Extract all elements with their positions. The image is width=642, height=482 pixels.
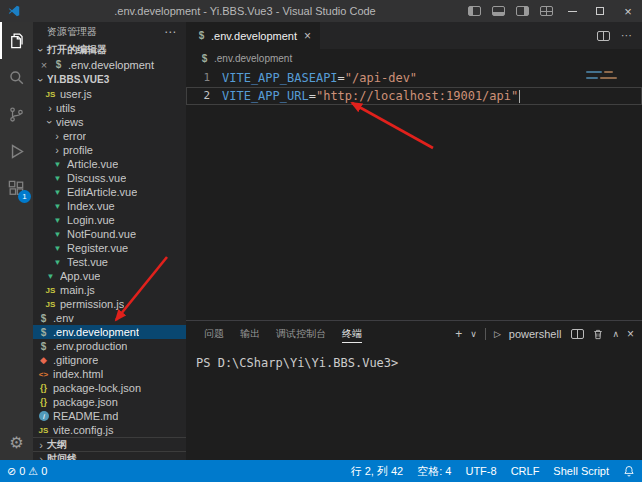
minimap[interactable]	[586, 71, 630, 83]
customize-layout-button[interactable]	[534, 0, 558, 22]
tree-item-package.json[interactable]: {}package.json	[33, 395, 186, 409]
status-item[interactable]: CRLF	[504, 460, 547, 482]
kill-terminal-icon[interactable]	[592, 328, 604, 341]
activity-extensions[interactable]: 1	[0, 170, 33, 207]
divider	[485, 328, 486, 340]
timeline-header[interactable]: › 时间线	[33, 451, 186, 460]
tree-item-error[interactable]: ›error	[33, 129, 186, 143]
more-actions-icon[interactable]: ⋯	[164, 25, 176, 39]
minimize-button[interactable]	[558, 0, 586, 22]
panel-tab-输出[interactable]: 输出	[232, 321, 268, 347]
activity-explorer[interactable]	[0, 22, 33, 59]
text-cursor	[519, 90, 520, 103]
code-text: VITE_APP_BASEAPI="/api-dev"	[210, 69, 417, 87]
tree-item-.gitignore[interactable]: ◆.gitignore	[33, 353, 186, 367]
close-tab-icon[interactable]: ×	[304, 29, 311, 43]
tree-item-Index.vue[interactable]: ▼Index.vue	[33, 199, 186, 213]
tree-item-.env.development[interactable]: $.env.development	[33, 325, 186, 339]
terminal-profile-chevron-icon[interactable]: ∨	[470, 330, 477, 339]
status-item[interactable]: UTF-8	[458, 460, 503, 482]
tree-item-main.js[interactable]: JSmain.js	[33, 283, 186, 297]
file-label: permission.js	[60, 298, 124, 310]
tree-item-.env.production[interactable]: $.env.production	[33, 339, 186, 353]
vue-file-icon: ▼	[44, 272, 57, 281]
toggle-secondary-sidebar-button[interactable]	[510, 0, 534, 22]
string-value: "http://localhost:19001/api"	[316, 89, 518, 103]
panel-tab-问题[interactable]: 问题	[196, 321, 232, 347]
tree-item-App.vue[interactable]: ▼App.vue	[33, 269, 186, 283]
project-root-header[interactable]: › YI.BBS.VUE3	[33, 72, 186, 87]
panel-tab-调试控制台[interactable]: 调试控制台	[268, 321, 334, 347]
maximize-button[interactable]	[586, 0, 614, 22]
vue-file-icon: ▼	[51, 244, 64, 253]
sidebar-title: 资源管理器	[47, 25, 97, 39]
extensions-badge: 1	[18, 190, 31, 203]
activity-bar-top: 1	[0, 22, 33, 207]
chevron-right-icon: ›	[51, 131, 63, 141]
close-window-button[interactable]: ×	[614, 0, 642, 22]
project-root-label: YI.BBS.VUE3	[47, 74, 109, 85]
code-line-2[interactable]: 2VITE_APP_URL="http://localhost:19001/ap…	[186, 87, 642, 105]
maximize-icon	[596, 7, 604, 15]
tree-item-permission.js[interactable]: JSpermission.js	[33, 297, 186, 311]
chevron-right-icon: ›	[35, 440, 47, 450]
tree-item-profile[interactable]: ›profile	[33, 143, 186, 157]
json-file-icon: {}	[37, 383, 50, 393]
editor-actions: ⋯	[597, 22, 642, 49]
activity-search[interactable]	[0, 59, 33, 96]
status-item[interactable]: 行 2, 列 42	[344, 460, 411, 482]
tree-item-Discuss.vue[interactable]: ▼Discuss.vue	[33, 171, 186, 185]
notifications-button[interactable]	[616, 460, 642, 482]
tab-env-development[interactable]: $ .env.development ×	[186, 22, 320, 49]
activity-run-debug[interactable]	[0, 133, 33, 170]
terminal[interactable]: PS D:\CSharp\Yi\Yi.BBS.Vue3>	[186, 347, 642, 460]
status-item[interactable]: Shell Script	[546, 460, 616, 482]
maximize-panel-icon[interactable]: ∧	[612, 330, 619, 339]
toggle-panel-button[interactable]	[486, 0, 510, 22]
tree-item-user.js[interactable]: JSuser.js	[33, 87, 186, 101]
open-editors-header[interactable]: › 打开的编辑器	[33, 42, 186, 57]
assignment-operator: =	[338, 71, 345, 85]
status-right: 行 2, 列 42空格: 4UTF-8CRLFShell Script	[344, 460, 642, 482]
tree-item-Article.vue[interactable]: ▼Article.vue	[33, 157, 186, 171]
terminal-name-label[interactable]: powershell	[509, 328, 562, 340]
customize-layout-icon	[540, 6, 553, 16]
file-label: NotFound.vue	[67, 228, 136, 240]
file-label: Login.vue	[67, 214, 115, 226]
panel-tab-终端[interactable]: 终端	[334, 321, 370, 347]
close-panel-icon[interactable]: ×	[627, 328, 634, 340]
tree-item-.env[interactable]: $.env	[33, 311, 186, 325]
open-editor-item[interactable]: × $ .env.development	[33, 57, 186, 72]
tree-item-vite.config.js[interactable]: JSvite.config.js	[33, 423, 186, 437]
tree-item-views[interactable]: ›views	[33, 115, 186, 129]
outline-header[interactable]: › 大纲	[33, 437, 186, 451]
toggle-sidebar-button[interactable]	[462, 0, 486, 22]
tree-item-EditArticle.vue[interactable]: ▼EditArticle.vue	[33, 185, 186, 199]
activity-source-control[interactable]	[0, 96, 33, 133]
panel-header: 问题输出调试控制台终端 + ∨ ▷ powershell ∧ ×	[186, 321, 642, 347]
more-actions-icon[interactable]: ⋯	[621, 29, 632, 42]
tree-item-README.md[interactable]: iREADME.md	[33, 409, 186, 423]
split-terminal-icon[interactable]	[571, 329, 584, 339]
tree-item-Register.vue[interactable]: ▼Register.vue	[33, 241, 186, 255]
close-editor-icon[interactable]: ×	[38, 59, 50, 71]
file-label: App.vue	[60, 270, 100, 282]
html-file-icon: <>	[37, 370, 50, 379]
manage-button[interactable]: ⚙	[0, 424, 33, 460]
tree-item-utils[interactable]: ›utils	[33, 101, 186, 115]
new-terminal-button[interactable]: +	[455, 328, 462, 340]
tree-item-NotFound.vue[interactable]: ▼NotFound.vue	[33, 227, 186, 241]
tree-item-Login.vue[interactable]: ▼Login.vue	[33, 213, 186, 227]
warning-count: 0	[41, 465, 47, 477]
breadcrumb[interactable]: $ .env.development	[186, 49, 642, 67]
tree-item-Test.vue[interactable]: ▼Test.vue	[33, 255, 186, 269]
problems-status[interactable]: ⊘ 0 ⚠ 0	[0, 460, 54, 482]
code-editor[interactable]: 1VITE_APP_BASEAPI="/api-dev"2VITE_APP_UR…	[186, 67, 642, 320]
code-line-1[interactable]: 1VITE_APP_BASEAPI="/api-dev"	[186, 69, 642, 87]
file-label: Test.vue	[67, 256, 108, 268]
tree-item-package-lock.json[interactable]: {}package-lock.json	[33, 381, 186, 395]
tab-label: .env.development	[211, 30, 297, 42]
tree-item-index.html[interactable]: <>index.html	[33, 367, 186, 381]
status-item[interactable]: 空格: 4	[410, 460, 458, 482]
split-editor-icon[interactable]	[597, 31, 610, 41]
